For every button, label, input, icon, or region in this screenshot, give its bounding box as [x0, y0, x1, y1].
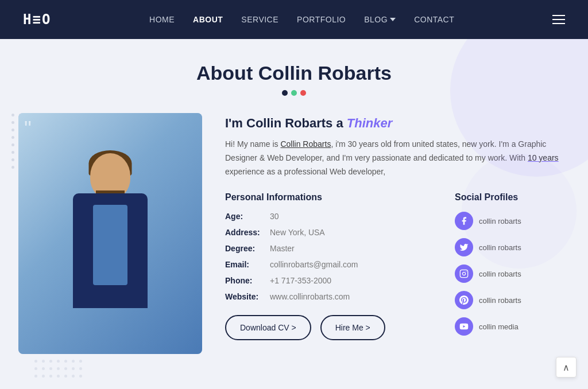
address-label: Address: [225, 228, 265, 237]
hamburger-menu[interactable] [552, 15, 565, 24]
degree-row: Degree: Master [225, 244, 438, 253]
scroll-up-button[interactable]: ∧ [556, 357, 577, 378]
twitter-name: collin robarts [479, 243, 521, 252]
instagram-name: collin robarts [479, 270, 521, 278]
page-title-section: About Collin Robarts [0, 39, 588, 107]
email-label: Email: [225, 260, 265, 269]
hire-me-button[interactable]: Hire Me > [320, 315, 385, 340]
website-row: Website: www.collinrobarts.com [225, 292, 438, 301]
social-instagram[interactable]: collin robarts [455, 264, 570, 283]
nav-service[interactable]: SERVICE [241, 15, 278, 24]
download-cv-button[interactable]: Download CV > [225, 315, 311, 340]
person-figure [53, 136, 168, 354]
nav-contact[interactable]: CONTACT [414, 15, 454, 24]
facebook-name: collin robarts [479, 217, 521, 225]
phone-row: Phone: +1 717-353-2000 [225, 276, 438, 285]
nav-portfolio[interactable]: PORTFOLIO [297, 15, 346, 24]
info-column: I'm Collin Robarts a Thinker Hi! My name… [225, 113, 570, 344]
nav-blog[interactable]: BLOG [364, 15, 396, 24]
about-container: " I'm Collin Robarts a Thinker Hi! My na… [7, 113, 581, 377]
title-indicator-dots [0, 90, 588, 96]
personal-info-heading: Personal Informations [225, 192, 438, 203]
dot-3 [300, 90, 306, 96]
email-row: Email: collinrobarts@gmail.com [225, 260, 438, 269]
name-link[interactable]: Collin Robarts [280, 139, 331, 149]
address-row: Address: New York, USA [225, 228, 438, 237]
social-profiles-col: Social Profiles collin robarts collin ro… [455, 192, 570, 344]
pinterest-name: collin robarts [479, 296, 521, 305]
svg-rect-0 [460, 270, 467, 278]
social-youtube[interactable]: collin media [455, 317, 570, 336]
nav-home[interactable]: HOME [149, 15, 175, 24]
website-label: Website: [225, 292, 265, 301]
social-facebook[interactable]: collin robarts [455, 212, 570, 230]
nav-about[interactable]: ABOUT [193, 15, 223, 24]
page-title: About Collin Robarts [0, 62, 588, 84]
bg-dots-bottom [34, 360, 82, 378]
pinterest-icon [455, 291, 473, 309]
email-value: collinrobarts@gmail.com [270, 260, 358, 269]
twitter-icon [455, 238, 473, 256]
scroll-up-icon: ∧ [563, 362, 570, 373]
website-value: www.collinrobarts.com [270, 292, 350, 301]
degree-label: Degree: [225, 244, 265, 253]
intro-heading: I'm Collin Robarts a Thinker [225, 116, 570, 131]
social-heading: Social Profiles [455, 192, 570, 203]
dot-2 [291, 90, 297, 96]
facebook-icon [455, 212, 473, 230]
profile-photo-frame: " [18, 113, 202, 354]
address-value: New York, USA [270, 228, 325, 237]
person-shirt [93, 205, 127, 285]
youtube-name: collin media [479, 322, 519, 331]
photo-column: " [18, 113, 202, 354]
navbar: H≡O HOME ABOUT SERVICE PORTFOLIO BLOG CO… [0, 0, 588, 39]
nav-links: HOME ABOUT SERVICE PORTFOLIO BLOG CONTAC… [149, 14, 454, 25]
phone-value: +1 717-353-2000 [270, 276, 331, 285]
phone-label: Phone: [225, 276, 265, 285]
degree-value: Master [270, 244, 295, 253]
age-value: 30 [270, 212, 279, 221]
youtube-icon [455, 317, 473, 336]
instagram-icon [455, 264, 473, 283]
age-row: Age: 30 [225, 212, 438, 221]
intro-heading-highlight: Thinker [347, 116, 392, 130]
quote-decoration: " [24, 119, 32, 139]
experience-link[interactable]: 10 years [528, 153, 559, 162]
dot-1 [282, 90, 288, 96]
nav-logo[interactable]: H≡O [23, 11, 51, 28]
social-pinterest[interactable]: collin robarts [455, 291, 570, 309]
action-buttons: Download CV > Hire Me > [225, 315, 438, 340]
intro-heading-prefix: I'm Collin Robarts a [225, 116, 347, 130]
personal-info-col: Personal Informations Age: 30 Address: N… [225, 192, 438, 344]
intro-bio: Hi! My name is Collin Robarts, i'm 30 ye… [225, 138, 570, 178]
profile-photo: " [18, 113, 202, 354]
age-label: Age: [225, 212, 265, 221]
social-twitter[interactable]: collin robarts [455, 238, 570, 256]
page-content: About Collin Robarts [0, 39, 588, 389]
below-columns: Personal Informations Age: 30 Address: N… [225, 192, 570, 344]
